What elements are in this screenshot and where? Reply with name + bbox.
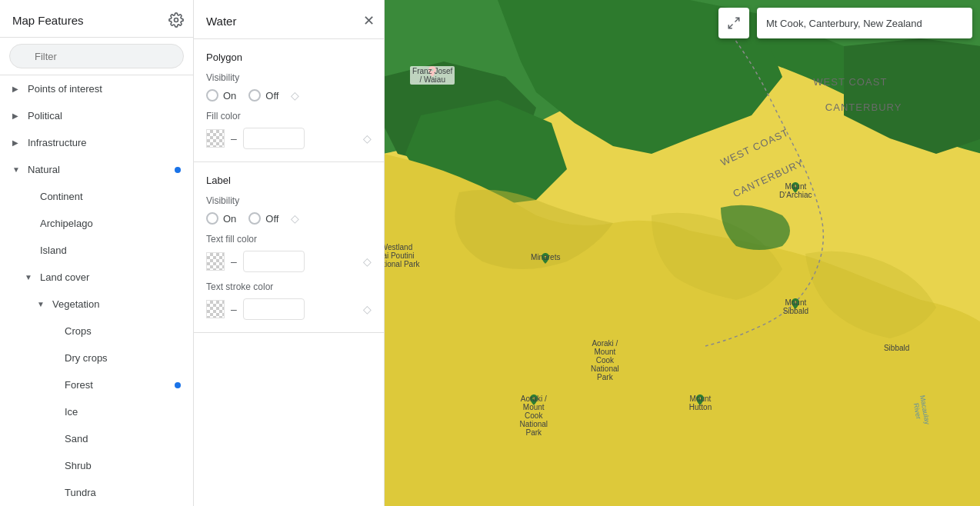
sidebar-item-ice[interactable]: Ice xyxy=(0,398,193,425)
sidebar-item-label: Political xyxy=(28,110,181,122)
color-label-box[interactable] xyxy=(243,128,305,149)
chevron-right-icon: ▶ xyxy=(12,138,22,147)
fullscreen-button[interactable] xyxy=(718,8,749,38)
sidebar-item-shrub[interactable]: Shrub xyxy=(0,452,193,479)
sidebar-item-label: Continent xyxy=(40,191,181,202)
sidebar-item-tundra[interactable]: Tundra xyxy=(0,479,193,506)
sidebar-item-infrastructure[interactable]: ▶ Infrastructure xyxy=(0,129,193,156)
color-dash: – xyxy=(231,303,237,315)
color-label-box[interactable] xyxy=(243,298,305,320)
aoraki-2-label: Aoraki /Mount CookNational Park xyxy=(528,394,540,410)
sidebar-item-points-of-interest[interactable]: ▶ Points of interest xyxy=(0,75,193,102)
sidebar-item-forest[interactable]: Forest xyxy=(0,371,193,398)
franz-josef-label: Franz Josef/ Waiau xyxy=(426,66,438,82)
close-icon[interactable]: ✕ xyxy=(363,12,375,29)
filter-bar xyxy=(0,38,193,75)
sidebar-item-label: Natural xyxy=(28,164,175,175)
text-stroke-color-row: – ◇ xyxy=(206,298,372,320)
radio-off-label: Off xyxy=(265,213,278,225)
modified-dot xyxy=(175,167,181,173)
visibility-label: Visibility xyxy=(206,72,372,83)
diamond-icon[interactable]: ◇ xyxy=(291,212,299,225)
color-swatch[interactable] xyxy=(206,300,225,318)
label-section: Label Visibility On Off ◇ Text fill colo… xyxy=(194,162,384,333)
radio-off-circle xyxy=(248,89,261,102)
color-dash: – xyxy=(231,132,237,145)
radio-off-circle xyxy=(248,212,261,225)
radio-on-circle xyxy=(206,212,218,225)
radio-off-label: Off xyxy=(265,90,278,102)
polygon-section: Polygon Visibility On Off ◇ Fill color –… xyxy=(194,39,384,162)
map-search-box[interactable]: Mt Cook, Canterbury, New Zealand xyxy=(757,8,972,38)
svg-line-5 xyxy=(735,18,739,22)
sidebar-item-label: Archipelago xyxy=(40,218,181,229)
svg-line-6 xyxy=(728,25,732,28)
sidebar-item-label: Sand xyxy=(65,433,181,444)
mount-darchiac-label: MountD'Archiac xyxy=(789,182,802,198)
svg-point-0 xyxy=(175,18,178,22)
sidebar-item-label: Shrub xyxy=(65,460,181,471)
chevron-right-icon: ▶ xyxy=(12,112,22,120)
sidebar-item-label: Points of interest xyxy=(28,83,181,95)
gear-icon[interactable] xyxy=(168,12,184,28)
detail-panel: Water ✕ Polygon Visibility On Off ◇ Fill… xyxy=(194,0,385,506)
minarets-label: Minarets xyxy=(539,253,552,268)
diamond-icon[interactable]: ◇ xyxy=(363,132,372,145)
detail-header: Water ✕ xyxy=(194,0,384,39)
sidebar-item-label: Vegetation xyxy=(52,298,181,310)
filter-input[interactable] xyxy=(9,44,184,68)
diamond-icon[interactable]: ◇ xyxy=(363,255,372,268)
sidebar-item-continent[interactable]: Continent xyxy=(0,183,193,210)
detail-title: Water xyxy=(206,15,236,28)
color-label-box[interactable] xyxy=(243,251,305,272)
sidebar-item-label: Island xyxy=(40,245,181,256)
sidebar-item-label: Infrastructure xyxy=(28,137,181,148)
text-fill-color-row: – ◇ xyxy=(206,251,372,272)
sidebar-item-label: Dry crops xyxy=(65,352,181,364)
color-swatch-group: – xyxy=(206,251,305,272)
sidebar-item-island[interactable]: Island xyxy=(0,237,193,264)
sidebar: Map Features ▶ Points of interest xyxy=(0,0,194,506)
fill-color-row: – ◇ xyxy=(206,128,372,149)
sidebar-item-political[interactable]: ▶ Political xyxy=(0,102,193,129)
sidebar-title: Map Features xyxy=(12,14,84,27)
sidebar-item-land-cover[interactable]: ▼ Land cover xyxy=(0,264,193,291)
sidebar-item-dry-crops[interactable]: Dry crops xyxy=(0,345,193,371)
label-visibility-group: On Off ◇ xyxy=(206,212,372,225)
chevron-down-icon: ▼ xyxy=(12,165,22,174)
label-visibility-off[interactable]: Off xyxy=(248,212,278,225)
diamond-icon[interactable]: ◇ xyxy=(291,89,299,102)
sidebar-item-vegetation[interactable]: ▼ Vegetation xyxy=(0,291,193,318)
radio-on-circle xyxy=(206,89,218,102)
chevron-right-icon: ▶ xyxy=(12,85,22,93)
search-value: Mt Cook, Canterbury, New Zealand xyxy=(766,18,922,29)
polygon-visibility-off[interactable]: Off xyxy=(248,89,278,102)
sidebar-list: ▶ Points of interest ▶ Political ▶ Infra… xyxy=(0,75,193,506)
polygon-visibility-group: On Off ◇ xyxy=(206,89,372,102)
sidebar-item-sand[interactable]: Sand xyxy=(0,425,193,452)
chevron-down-icon: ▼ xyxy=(25,273,34,281)
diamond-icon[interactable]: ◇ xyxy=(363,303,372,315)
radio-on-label: On xyxy=(223,90,236,102)
label-heading: Label xyxy=(206,175,372,186)
fill-color-label: Fill color xyxy=(206,111,372,122)
sidebar-item-natural[interactable]: ▼ Natural xyxy=(0,156,193,183)
sidebar-item-archipelago[interactable]: Archipelago xyxy=(0,210,193,237)
polygon-heading: Polygon xyxy=(206,52,372,63)
color-swatch-group: – xyxy=(206,298,305,320)
color-dash: – xyxy=(231,255,237,268)
sidebar-item-crops[interactable]: Crops xyxy=(0,318,193,345)
color-swatch[interactable] xyxy=(206,252,225,271)
text-stroke-color-label: Text stroke color xyxy=(206,281,372,292)
sidebar-item-label: Forest xyxy=(65,379,175,391)
color-swatch[interactable] xyxy=(206,129,225,148)
sidebar-item-label: Tundra xyxy=(65,487,181,498)
map-area[interactable]: WEST COAST CANTERBURY WEST COAST CANTERB… xyxy=(385,0,980,506)
label-visibility-on[interactable]: On xyxy=(206,212,236,225)
sidebar-item-label: Ice xyxy=(65,406,181,418)
mount-sibbald-label: Mount Sibbald xyxy=(789,298,802,314)
color-swatch-group: – xyxy=(206,128,305,149)
polygon-visibility-on[interactable]: On xyxy=(206,89,236,102)
modified-dot xyxy=(175,382,181,388)
sidebar-item-label: Crops xyxy=(65,325,181,337)
